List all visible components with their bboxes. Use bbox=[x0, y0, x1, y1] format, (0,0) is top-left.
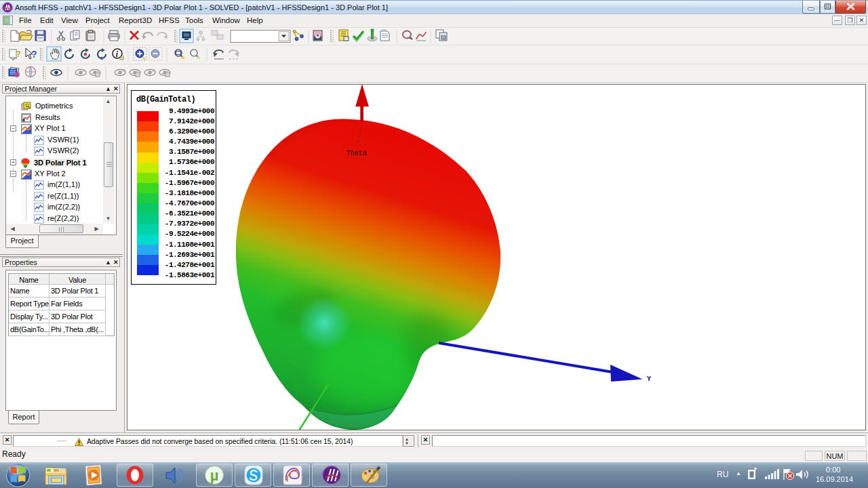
svg-text:µ: µ bbox=[210, 467, 219, 484]
svg-text:Theta: Theta bbox=[347, 150, 367, 157]
svg-text:?: ? bbox=[16, 49, 21, 59]
svg-text:?: ? bbox=[31, 49, 37, 60]
svg-text:Y: Y bbox=[647, 375, 651, 383]
svg-text:i: i bbox=[116, 49, 119, 59]
